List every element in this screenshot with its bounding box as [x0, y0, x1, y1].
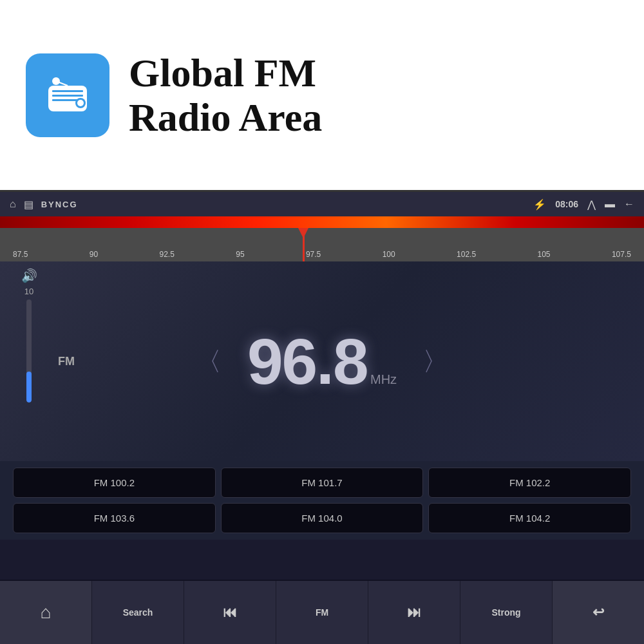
status-right: ⚡ 08:06 ⋀ ▬ ←: [533, 198, 634, 211]
clock: 08:06: [555, 199, 578, 209]
control-bar: ⌂ Search ⏮ FM ⏭ Strong ↩: [0, 580, 644, 644]
volume-level: 10: [24, 287, 33, 296]
radio-screen: ⌂ ▤ BYNCG ⚡ 08:06 ⋀ ▬ ← 87.5 90 92.5 95 …: [0, 190, 644, 644]
band-display: FM: [58, 355, 75, 368]
brand-label: BYNCG: [41, 200, 78, 209]
volume-fill: [26, 372, 32, 402]
ruler-label-975: 97.5: [306, 250, 321, 259]
next-icon: ⏭: [407, 604, 421, 621]
freq-next-arrow[interactable]: 〉: [416, 337, 455, 386]
menu-status-icon: ▤: [24, 198, 33, 211]
volume-section: 🔊 10: [10, 261, 48, 461]
presets-grid: FM 100.2 FM 101.7 FM 102.2 FM 103.6 FM 1…: [13, 468, 631, 533]
ruler-label-925: 92.5: [159, 250, 174, 259]
search-label: Search: [123, 607, 153, 618]
svg-rect-3: [52, 90, 83, 92]
tuner-ruler: 87.5 90 92.5 95 97.5 100 102.5 105 107.5: [0, 228, 644, 261]
app-title: Global FM Radio Area: [129, 51, 322, 138]
app-icon: [26, 53, 109, 137]
bluetooth-icon: ⚡: [533, 198, 546, 211]
tuner-bar[interactable]: 87.5 90 92.5 95 97.5 100 102.5 105 107.5: [0, 216, 644, 261]
strong-label: Strong: [491, 607, 520, 618]
back-button[interactable]: ↩: [553, 581, 644, 644]
frequency-unit: MHz: [370, 372, 397, 386]
home-button[interactable]: ⌂: [0, 581, 92, 644]
preset-2[interactable]: FM 101.7: [221, 468, 424, 498]
preset-4[interactable]: FM 103.6: [13, 503, 216, 533]
svg-rect-4: [52, 95, 83, 97]
radio-icon: [42, 70, 93, 121]
needle-line: [303, 228, 305, 261]
back-status-icon: ←: [624, 198, 634, 210]
home-icon: ⌂: [41, 602, 52, 623]
status-left: ⌂ ▤ BYNCG: [10, 198, 78, 211]
ruler-label-90: 90: [90, 250, 98, 259]
ruler-label-95: 95: [236, 250, 244, 259]
app-header: Global FM Radio Area: [0, 0, 644, 190]
volume-icon: 🔊: [21, 268, 37, 283]
ruler-label-105: 105: [537, 250, 550, 259]
freq-display: 〈 96.8 MHz 〉: [189, 329, 455, 393]
screen-icon: ▬: [605, 198, 615, 210]
presets-section: FM 100.2 FM 101.7 FM 102.2 FM 103.6 FM 1…: [0, 461, 644, 540]
band-button[interactable]: FM: [276, 581, 368, 644]
band-label: FM: [316, 607, 328, 618]
prev-button[interactable]: ⏮: [184, 581, 276, 644]
ruler-label-875: 87.5: [13, 250, 28, 259]
tuner-gradient: [0, 216, 644, 228]
strong-button[interactable]: Strong: [460, 581, 553, 644]
search-button[interactable]: Search: [92, 581, 184, 644]
ruler-labels: 87.5 90 92.5 95 97.5 100 102.5 105 107.5: [0, 250, 644, 259]
radio-main: 🔊 10 FM 〈 96.8 MHz 〉: [0, 261, 644, 461]
expand-icon: ⋀: [587, 198, 596, 211]
ruler-label-100: 100: [383, 250, 395, 259]
freq-prev-arrow[interactable]: 〈: [189, 337, 228, 386]
preset-6[interactable]: FM 104.2: [428, 503, 631, 533]
preset-1[interactable]: FM 100.2: [13, 468, 216, 498]
back-icon: ↩: [592, 604, 604, 621]
preset-3[interactable]: FM 102.2: [428, 468, 631, 498]
ruler-label-1025: 102.5: [457, 250, 476, 259]
home-status-icon: ⌂: [10, 198, 16, 210]
frequency-value: 96.8: [247, 325, 368, 397]
next-button[interactable]: ⏭: [368, 581, 460, 644]
freq-number: 96.8 MHz: [247, 329, 397, 393]
prev-icon: ⏮: [223, 604, 237, 621]
volume-bar[interactable]: [26, 299, 32, 402]
tuner-needle: [303, 216, 305, 261]
ruler-label-1075: 107.5: [612, 250, 631, 259]
status-bar: ⌂ ▤ BYNCG ⚡ 08:06 ⋀ ▬ ←: [0, 192, 644, 216]
svg-point-7: [77, 100, 84, 106]
preset-5[interactable]: FM 104.0: [221, 503, 424, 533]
